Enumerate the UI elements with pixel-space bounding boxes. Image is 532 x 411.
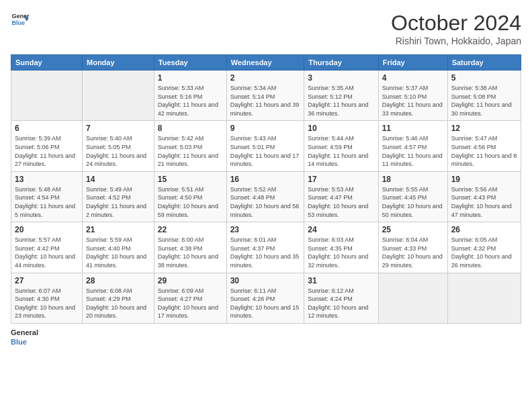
calendar-body: 1Sunrise: 5:33 AM Sunset: 5:16 PM Daylig… xyxy=(11,71,521,324)
day-info: Sunrise: 5:38 AM Sunset: 5:08 PM Dayligh… xyxy=(451,84,517,118)
day-number: 20 xyxy=(15,225,79,234)
col-thursday: Thursday xyxy=(304,55,378,71)
day-number: 22 xyxy=(158,225,223,234)
col-friday: Friday xyxy=(378,55,447,71)
day-cell: 23Sunrise: 6:01 AM Sunset: 4:37 PM Dayli… xyxy=(226,222,304,273)
day-cell: 14Sunrise: 5:49 AM Sunset: 4:52 PM Dayli… xyxy=(83,171,154,222)
day-cell xyxy=(378,273,447,323)
day-number: 13 xyxy=(15,175,79,184)
day-number: 24 xyxy=(308,225,374,234)
day-number: 12 xyxy=(451,124,517,133)
day-info: Sunrise: 5:34 AM Sunset: 5:14 PM Dayligh… xyxy=(230,84,301,118)
footer-logo: General Blue xyxy=(11,326,64,347)
day-cell: 6Sunrise: 5:39 AM Sunset: 5:06 PM Daylig… xyxy=(11,121,83,171)
day-info: Sunrise: 5:53 AM Sunset: 4:47 PM Dayligh… xyxy=(308,185,374,219)
day-info: Sunrise: 5:56 AM Sunset: 4:43 PM Dayligh… xyxy=(451,185,517,219)
day-cell xyxy=(447,273,521,323)
calendar-header: Sunday Monday Tuesday Wednesday Thursday… xyxy=(11,55,521,71)
day-cell: 28Sunrise: 6:08 AM Sunset: 4:29 PM Dayli… xyxy=(83,273,154,323)
day-number: 10 xyxy=(308,124,374,133)
week-row-5: 27Sunrise: 6:07 AM Sunset: 4:30 PM Dayli… xyxy=(11,273,521,323)
day-cell: 27Sunrise: 6:07 AM Sunset: 4:30 PM Dayli… xyxy=(11,273,83,323)
day-cell: 12Sunrise: 5:47 AM Sunset: 4:56 PM Dayli… xyxy=(447,121,521,171)
day-info: Sunrise: 5:51 AM Sunset: 4:50 PM Dayligh… xyxy=(158,185,223,219)
day-info: Sunrise: 5:37 AM Sunset: 5:10 PM Dayligh… xyxy=(382,84,444,118)
day-cell: 3Sunrise: 5:35 AM Sunset: 5:12 PM Daylig… xyxy=(304,71,378,121)
day-number: 25 xyxy=(382,225,444,234)
day-cell: 30Sunrise: 6:11 AM Sunset: 4:26 PM Dayli… xyxy=(226,273,304,323)
day-cell: 24Sunrise: 6:03 AM Sunset: 4:35 PM Dayli… xyxy=(304,222,378,273)
col-wednesday: Wednesday xyxy=(226,55,304,71)
day-info: Sunrise: 5:55 AM Sunset: 4:45 PM Dayligh… xyxy=(382,185,444,219)
day-number: 30 xyxy=(230,276,301,285)
day-cell: 19Sunrise: 5:56 AM Sunset: 4:43 PM Dayli… xyxy=(447,171,521,222)
day-cell xyxy=(83,71,154,121)
day-cell: 17Sunrise: 5:53 AM Sunset: 4:47 PM Dayli… xyxy=(304,171,378,222)
day-info: Sunrise: 5:35 AM Sunset: 5:12 PM Dayligh… xyxy=(308,84,374,118)
day-cell xyxy=(11,71,83,121)
day-cell: 16Sunrise: 5:52 AM Sunset: 4:48 PM Dayli… xyxy=(226,171,304,222)
day-cell: 21Sunrise: 5:59 AM Sunset: 4:40 PM Dayli… xyxy=(83,222,154,273)
day-number: 26 xyxy=(451,225,517,234)
day-number: 5 xyxy=(451,73,517,83)
week-row-4: 20Sunrise: 5:57 AM Sunset: 4:42 PM Dayli… xyxy=(11,222,521,273)
day-info: Sunrise: 5:44 AM Sunset: 4:59 PM Dayligh… xyxy=(308,134,374,168)
logo: General Blue xyxy=(11,11,73,30)
day-cell: 7Sunrise: 5:40 AM Sunset: 5:05 PM Daylig… xyxy=(83,121,154,171)
day-cell: 29Sunrise: 6:09 AM Sunset: 4:27 PM Dayli… xyxy=(154,273,226,323)
day-info: Sunrise: 5:42 AM Sunset: 5:03 PM Dayligh… xyxy=(158,134,223,168)
day-info: Sunrise: 6:08 AM Sunset: 4:29 PM Dayligh… xyxy=(86,287,150,320)
day-cell: 4Sunrise: 5:37 AM Sunset: 5:10 PM Daylig… xyxy=(378,71,447,121)
day-info: Sunrise: 5:47 AM Sunset: 4:56 PM Dayligh… xyxy=(451,134,517,168)
col-monday: Monday xyxy=(83,55,154,71)
day-number: 7 xyxy=(86,124,150,133)
day-number: 18 xyxy=(382,175,444,184)
day-cell: 9Sunrise: 5:43 AM Sunset: 5:01 PM Daylig… xyxy=(226,121,304,171)
day-info: Sunrise: 6:01 AM Sunset: 4:37 PM Dayligh… xyxy=(230,236,301,269)
day-cell: 20Sunrise: 5:57 AM Sunset: 4:42 PM Dayli… xyxy=(11,222,83,273)
day-cell: 1Sunrise: 5:33 AM Sunset: 5:16 PM Daylig… xyxy=(154,71,226,121)
day-cell: 15Sunrise: 5:51 AM Sunset: 4:50 PM Dayli… xyxy=(154,171,226,222)
title-block: October 2024 Rishiri Town, Hokkaido, Jap… xyxy=(391,11,521,46)
day-cell: 31Sunrise: 6:12 AM Sunset: 4:24 PM Dayli… xyxy=(304,273,378,323)
day-info: Sunrise: 5:57 AM Sunset: 4:42 PM Dayligh… xyxy=(15,236,79,269)
day-info: Sunrise: 6:05 AM Sunset: 4:32 PM Dayligh… xyxy=(451,236,517,269)
day-number: 1 xyxy=(158,73,223,83)
day-cell: 5Sunrise: 5:38 AM Sunset: 5:08 PM Daylig… xyxy=(447,71,521,121)
day-cell: 22Sunrise: 6:00 AM Sunset: 4:38 PM Dayli… xyxy=(154,222,226,273)
day-number: 8 xyxy=(158,124,223,133)
day-number: 6 xyxy=(15,124,79,133)
day-number: 27 xyxy=(15,276,79,285)
day-info: Sunrise: 5:33 AM Sunset: 5:16 PM Dayligh… xyxy=(158,84,223,118)
day-cell: 26Sunrise: 6:05 AM Sunset: 4:32 PM Dayli… xyxy=(447,222,521,273)
day-number: 31 xyxy=(308,276,374,285)
day-number: 11 xyxy=(382,124,444,133)
day-number: 23 xyxy=(230,225,301,234)
day-cell: 18Sunrise: 5:55 AM Sunset: 4:45 PM Dayli… xyxy=(378,171,447,222)
day-number: 28 xyxy=(86,276,150,285)
week-row-3: 13Sunrise: 5:48 AM Sunset: 4:54 PM Dayli… xyxy=(11,171,521,222)
day-info: Sunrise: 5:52 AM Sunset: 4:48 PM Dayligh… xyxy=(230,185,301,219)
week-row-1: 1Sunrise: 5:33 AM Sunset: 5:16 PM Daylig… xyxy=(11,71,521,121)
day-cell: 13Sunrise: 5:48 AM Sunset: 4:54 PM Dayli… xyxy=(11,171,83,222)
day-cell: 11Sunrise: 5:46 AM Sunset: 4:57 PM Dayli… xyxy=(378,121,447,171)
day-info: Sunrise: 6:03 AM Sunset: 4:35 PM Dayligh… xyxy=(308,236,374,269)
day-cell: 25Sunrise: 6:04 AM Sunset: 4:33 PM Dayli… xyxy=(378,222,447,273)
location-subtitle: Rishiri Town, Hokkaido, Japan xyxy=(391,36,521,46)
day-number: 21 xyxy=(86,225,150,234)
day-number: 2 xyxy=(230,73,301,83)
page-header: General Blue October 2024 Rishiri Town, … xyxy=(11,11,521,46)
col-saturday: Saturday xyxy=(447,55,521,71)
day-number: 19 xyxy=(451,175,517,184)
day-info: Sunrise: 5:40 AM Sunset: 5:05 PM Dayligh… xyxy=(86,134,150,168)
day-info: Sunrise: 5:39 AM Sunset: 5:06 PM Dayligh… xyxy=(15,134,79,168)
day-info: Sunrise: 6:00 AM Sunset: 4:38 PM Dayligh… xyxy=(158,236,223,269)
svg-text:General: General xyxy=(11,328,38,336)
day-info: Sunrise: 6:09 AM Sunset: 4:27 PM Dayligh… xyxy=(158,287,223,320)
day-info: Sunrise: 5:59 AM Sunset: 4:40 PM Dayligh… xyxy=(86,236,150,269)
day-info: Sunrise: 6:12 AM Sunset: 4:24 PM Dayligh… xyxy=(308,287,374,320)
day-number: 17 xyxy=(308,175,374,184)
day-number: 9 xyxy=(230,124,301,133)
svg-text:Blue: Blue xyxy=(11,19,25,26)
header-row: Sunday Monday Tuesday Wednesday Thursday… xyxy=(11,55,521,71)
